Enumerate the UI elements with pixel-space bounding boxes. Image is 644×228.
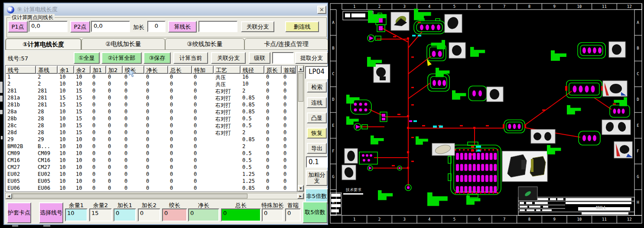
table-cell: 0 xyxy=(168,109,192,116)
cad-canvas[interactable]: 123456789101112 123456789101112 ABCDEFGH… xyxy=(329,0,644,228)
field-input[interactable]: 0 xyxy=(262,208,283,221)
column-header[interactable]: 加2 xyxy=(106,66,123,74)
tab-calc-wire-length[interactable]: ①计算电线长度 xyxy=(5,38,81,50)
lp-input[interactable]: LP04 xyxy=(305,66,328,79)
table-row[interactable]: 28a281015000000右对打0.8500 xyxy=(6,109,297,116)
export-button[interactable]: 导出 xyxy=(307,143,327,154)
scroll-right-icon[interactable]: ▶ xyxy=(297,193,304,199)
link-branch-button-2[interactable]: 关联分支 xyxy=(211,52,246,64)
table-row[interactable]: 28b281015000000右对打0.500 xyxy=(6,116,297,122)
result-input[interactable] xyxy=(198,21,237,32)
column-header[interactable]: 余1 xyxy=(58,66,74,74)
column-header[interactable]: 特加 xyxy=(192,66,214,74)
table-row[interactable]: 121010000000共压1600 xyxy=(6,74,297,81)
table-row[interactable]: BM02BB...1010000000200 xyxy=(6,143,297,150)
p2-button[interactable]: P2点 xyxy=(70,21,90,33)
table-cell: 0 xyxy=(264,143,282,150)
table-cell: 0 xyxy=(123,95,144,102)
column-header[interactable]: 首端 xyxy=(282,66,296,74)
table-cell: 0 xyxy=(123,143,144,150)
column-header[interactable]: 线径 xyxy=(241,66,264,74)
scroll-up-icon[interactable]: ▲ xyxy=(298,66,304,72)
field-input[interactable]: 15 xyxy=(89,208,112,221)
column-header[interactable]: 线号 xyxy=(6,66,36,74)
table-row[interactable]: 28d281015000000右对打200 xyxy=(6,129,297,136)
table-hscrollbar[interactable]: ◀ ▶ xyxy=(5,193,304,199)
table-cell: 15 xyxy=(74,102,91,109)
table-cell: 0 xyxy=(144,136,168,143)
table-vscrollbar[interactable]: ▲ ▼ xyxy=(297,65,304,192)
table-cell: 0 xyxy=(192,157,214,164)
search-button[interactable]: 检索 xyxy=(307,82,327,93)
scroll-left-icon[interactable]: ◀ xyxy=(6,193,12,199)
scale-input[interactable]: 0.1 xyxy=(306,156,328,168)
field-input[interactable]: 10 xyxy=(65,208,88,221)
column-header[interactable]: 原长 xyxy=(264,66,282,74)
field-input[interactable]: 0 xyxy=(221,208,261,221)
link-branch-button[interactable]: 关联分支 xyxy=(241,21,274,32)
delete-line-button[interactable]: 删连线 xyxy=(285,21,319,32)
highlight-button[interactable]: 凸显 xyxy=(307,112,327,123)
table-row[interactable]: 292910100000000.8500 xyxy=(6,136,297,143)
tab-twist-extension[interactable]: ③绞线加长量 xyxy=(165,38,244,50)
tab-clip-point-mgmt[interactable]: 卡点/连接点管理 xyxy=(244,38,328,50)
svg-text:技术要求: 技术要求 xyxy=(345,188,361,192)
table-cell: 0 xyxy=(144,171,168,178)
svg-text:11: 11 xyxy=(602,4,607,9)
table-cell: 0.85 xyxy=(241,185,264,192)
table-row[interactable]: EU05EU0510100000001.2500 xyxy=(6,178,297,185)
connect-button[interactable]: 连线 xyxy=(307,97,327,108)
toolbar-input[interactable] xyxy=(272,52,294,64)
field-input[interactable]: 0 xyxy=(114,208,136,221)
table-cell xyxy=(214,178,241,185)
table-row[interactable]: 281b2811515000000右对打0.8500 xyxy=(6,102,297,109)
wire-table[interactable]: 线号基线余1余2加1加2绞长净长总长特加工艺线径原长首端 12101000000… xyxy=(5,65,297,192)
field-input[interactable]: 0 xyxy=(188,208,219,221)
column-header[interactable]: 基线 xyxy=(36,66,58,74)
sheath-point-button[interactable]: 护套卡点 xyxy=(7,202,31,223)
table-cell: 0 xyxy=(264,171,282,178)
hscroll-thumb[interactable] xyxy=(13,194,247,198)
column-header[interactable]: 加1 xyxy=(91,66,106,74)
field-input[interactable]: 0 xyxy=(138,208,160,221)
extract-branch-button[interactable]: 提取分支 xyxy=(295,52,328,64)
p1-button[interactable]: P1点 xyxy=(8,21,28,33)
close-button[interactable]: ✕ xyxy=(317,6,326,14)
save-button[interactable]: ③保存 xyxy=(143,52,171,64)
cascade-button[interactable]: 级联 xyxy=(249,52,270,64)
p1-input[interactable]: 0,0 xyxy=(29,21,68,32)
restore-button[interactable]: 恢复 xyxy=(307,128,327,139)
table-row[interactable]: CM27CM2710100000000.500 xyxy=(6,164,297,171)
column-header[interactable]: 净长 xyxy=(144,66,168,74)
table-cell: 右对打 xyxy=(214,102,241,109)
svg-text:1: 1 xyxy=(353,217,355,221)
take-multiple5-button[interactable]: 取5倍数 xyxy=(302,202,328,223)
table-row[interactable]: 28c281015000000右对打0.500 xyxy=(6,122,297,129)
calc-length-button[interactable]: 算线长 xyxy=(168,21,197,33)
extend-label: 加长 xyxy=(133,23,144,31)
table-row[interactable]: 2812811015000000右对打200 xyxy=(6,88,297,95)
column-header[interactable]: 工艺 xyxy=(214,66,241,74)
column-header[interactable]: 总长 xyxy=(168,66,192,74)
extend-input[interactable]: 0 xyxy=(147,21,166,32)
p2-input[interactable]: 0,0 xyxy=(91,21,130,32)
bold-branch-button[interactable]: 加粗分支 xyxy=(306,170,328,186)
table-row[interactable]: 281a2811515000000右对打0.8500 xyxy=(6,95,297,102)
column-header[interactable]: 余2 xyxy=(74,66,91,74)
calc-current-button[interactable]: 计算当前 xyxy=(173,52,208,64)
table-row[interactable]: CM09CM0910100000000.500 xyxy=(6,150,297,157)
vscroll-thumb[interactable] xyxy=(298,73,303,102)
table-row[interactable]: CM16CM1610100000000.500 xyxy=(6,157,297,164)
table-row[interactable]: EU06EU0610100000000.8500 xyxy=(6,185,297,192)
connector-2pin-right xyxy=(468,86,487,101)
photo-colored-2 xyxy=(603,81,627,96)
calc-all-button[interactable]: ②计算全部 xyxy=(101,52,142,64)
scroll-down-icon[interactable]: ▼ xyxy=(298,185,304,192)
field-input[interactable]: 0 xyxy=(285,208,301,221)
tab-wire-extension[interactable]: ②电线加长量 xyxy=(81,38,165,50)
table-row[interactable]: 221010000000共压1000 xyxy=(6,81,297,88)
field-input[interactable]: 0 xyxy=(162,208,187,221)
table-row[interactable]: EU02EU0210100000001.2500 xyxy=(6,171,297,178)
show-all-button[interactable]: ①全显 xyxy=(74,52,100,64)
table-cell: 共压 xyxy=(214,81,241,88)
